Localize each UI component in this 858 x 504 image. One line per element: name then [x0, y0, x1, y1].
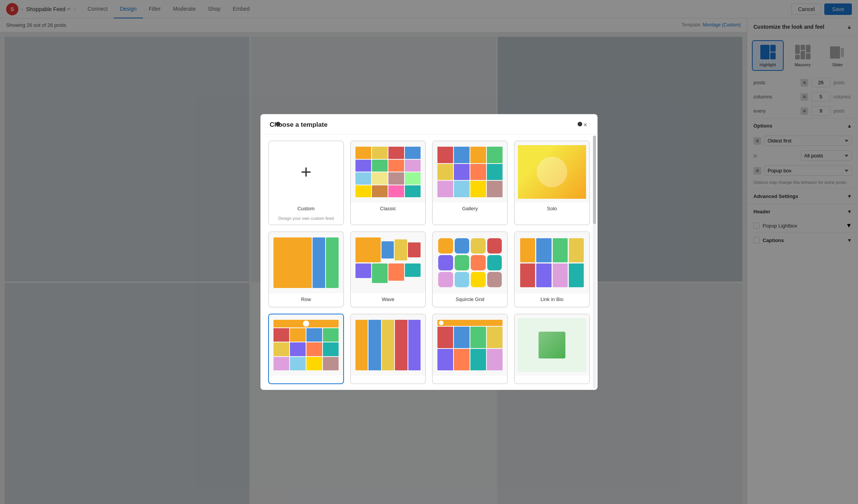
- row-thumb: [269, 232, 343, 293]
- t11-thumb: [433, 314, 507, 376]
- template-card-t10[interactable]: [350, 314, 426, 384]
- template-card-t9[interactable]: [268, 314, 344, 384]
- squircle-thumb: [433, 232, 507, 293]
- template-card-solo[interactable]: Solo: [514, 141, 590, 225]
- custom-thumb: +: [269, 141, 343, 203]
- linkinbio-thumb: [515, 232, 589, 293]
- classic-name: Classic: [378, 203, 398, 216]
- wave-thumb: [351, 232, 425, 293]
- template-card-squircle[interactable]: Squircle Grid: [432, 231, 508, 308]
- template-card-t12[interactable]: [514, 314, 590, 384]
- modal-body: + Custom Design your own custom feed: [260, 134, 598, 390]
- choose-template-modal: Choose a template × + Custom Design your…: [260, 114, 598, 390]
- t10-thumb: [351, 314, 425, 376]
- t12-name: [550, 376, 553, 383]
- t12-thumb: [515, 314, 589, 376]
- t9-thumb: [269, 314, 343, 376]
- solo-name: Solo: [545, 203, 558, 216]
- t11-name: [468, 376, 472, 383]
- custom-desc: Design your own custom feed: [275, 216, 337, 224]
- template-card-classic[interactable]: Classic: [350, 141, 426, 225]
- template-grid: + Custom Design your own custom feed: [268, 141, 590, 384]
- template-card-custom[interactable]: + Custom Design your own custom feed: [268, 141, 344, 225]
- modal-overlay[interactable]: Choose a template × + Custom Design your…: [0, 0, 858, 504]
- template-card-wave[interactable]: Wave: [350, 231, 426, 308]
- gallery-name: Gallery: [460, 203, 479, 216]
- modal-header: Choose a template: [260, 114, 598, 134]
- classic-thumb: [351, 141, 425, 203]
- linkinbio-name: Link in Bio: [539, 293, 565, 307]
- wave-name: Wave: [380, 293, 396, 307]
- row-name: Row: [300, 293, 313, 307]
- solo-thumb: [515, 141, 589, 203]
- gallery-thumb: [433, 141, 507, 203]
- template-card-t11[interactable]: [432, 314, 508, 384]
- template-card-row[interactable]: Row: [268, 231, 344, 308]
- template-card-gallery[interactable]: Gallery: [432, 141, 508, 225]
- squircle-name: Squircle Grid: [454, 293, 486, 307]
- t9-name: [305, 376, 308, 383]
- template-card-linkinbio[interactable]: Link in Bio: [514, 231, 590, 308]
- t10-name: [386, 376, 390, 383]
- custom-name: Custom: [296, 203, 316, 216]
- plus-icon: +: [301, 163, 311, 181]
